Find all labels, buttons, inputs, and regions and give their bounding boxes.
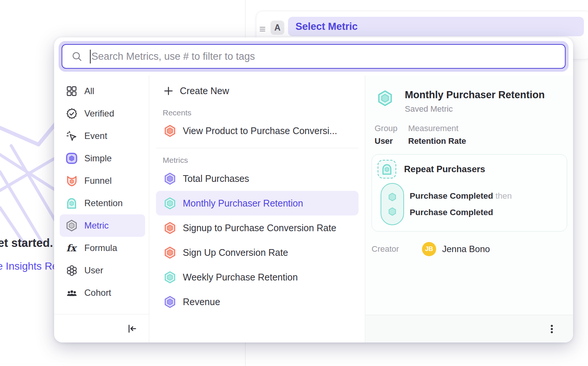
detail-subtitle: Saved Metric (405, 104, 545, 114)
sidebar-item-label: Cohort (84, 288, 111, 298)
sidebar-item-label: Formula (84, 243, 117, 253)
recent-metric-item[interactable]: View Product to Purchase Conversi... (156, 119, 359, 143)
metric-detail-panel: Monthly Purchaser Retention Saved Metric… (365, 75, 573, 342)
metric-row-badge[interactable]: A (270, 21, 284, 35)
metric-item-label: View Product to Purchase Conversi... (183, 125, 337, 136)
metric-list: Create New Recents View Product to Purch… (149, 75, 365, 342)
funnel-hexagon-icon (163, 221, 176, 235)
retention-definition-icon (378, 160, 396, 179)
metric-hexagon-icon (65, 219, 78, 232)
background-report-link[interactable]: e Insights Re (0, 260, 58, 272)
drag-handle-icon[interactable] (259, 25, 267, 33)
funnel-hexagon-icon (163, 124, 176, 137)
plus-icon (163, 86, 173, 96)
definition-card: Repeat Purchasers Purchase Comp (372, 154, 567, 232)
sidebar-footer (54, 314, 149, 342)
background-chart-lines (0, 119, 57, 253)
svg-text:fx: fx (66, 242, 78, 254)
creator-row: Creator JB Jenna Bono (365, 242, 573, 256)
sidebar-item-funnel[interactable]: Funnel (65, 170, 145, 192)
definition-step: Purchase Completed (410, 208, 512, 217)
sidebar-item-cohort[interactable]: Cohort (65, 282, 145, 304)
metrics-section-label: Metrics (156, 154, 359, 166)
detail-footer (365, 315, 573, 342)
sidebar-item-label: Metric (84, 220, 109, 231)
metric-list-item[interactable]: Signup to Purchase Conversion Rate (156, 215, 359, 240)
user-profile-icon (65, 264, 78, 277)
create-new-label: Create New (180, 86, 229, 96)
funnel-hexagon-icon (163, 246, 176, 259)
saved-metric-hexagon-icon (376, 90, 394, 107)
sidebar-item-label: Retention (84, 198, 123, 208)
sidebar-item-retention[interactable]: Retention (65, 192, 145, 214)
sidebar-item-label: Verified (84, 108, 114, 119)
app-background: et started. e Insights Re A Select Metri… (0, 0, 588, 366)
text-cursor (90, 50, 91, 63)
formula-icon: fx (65, 242, 78, 254)
search-bar (59, 41, 569, 72)
sidebar-item-event[interactable]: Event (65, 125, 145, 147)
event-sequence-capsule (381, 183, 404, 225)
creator-name: Jenna Bono (442, 244, 490, 254)
kebab-menu-icon[interactable] (545, 323, 558, 335)
sidebar-item-label: Event (84, 131, 107, 141)
funnel-icon (65, 174, 78, 187)
sidebar-item-simple[interactable]: Simple (65, 147, 145, 170)
metric-hexagon-icon (163, 295, 176, 308)
retention-hexagon-icon (163, 271, 176, 284)
measurement-value: Retention Rate (408, 136, 466, 146)
metric-list-item[interactable]: Revenue (156, 289, 359, 314)
simple-metric-icon (65, 152, 78, 165)
create-new-button[interactable]: Create New (156, 81, 359, 101)
event-hexagon-icon (387, 207, 397, 217)
metric-list-item[interactable]: Weekly Purchase Retention (156, 265, 359, 289)
sidebar-item-label: Funnel (84, 176, 112, 186)
measurement-label: Measurement (408, 124, 466, 133)
collapse-left-icon[interactable] (126, 322, 138, 335)
creator-avatar: JB (422, 242, 436, 256)
sidebar-item-label: User (84, 265, 103, 276)
definition-step: Purchase Completed then (410, 191, 512, 201)
retention-icon (65, 197, 78, 210)
measurement-property: Measurement Retention Rate (408, 124, 466, 146)
select-metric-button[interactable]: Select Metric (288, 17, 584, 36)
definition-name: Repeat Purchasers (404, 164, 485, 174)
select-metric-label: Select Metric (295, 21, 358, 32)
event-cursor-icon (65, 130, 78, 142)
metric-picker-modal: All Verified (54, 37, 573, 342)
grid-icon (65, 85, 78, 97)
list-divider (156, 148, 359, 148)
sidebar-item-label: All (84, 86, 94, 96)
metric-list-item[interactable]: Total Purchases (156, 166, 359, 191)
sidebar-item-verified[interactable]: Verified (65, 102, 145, 125)
metric-hexagon-icon (163, 172, 176, 185)
search-icon (71, 51, 83, 62)
cohort-icon (65, 286, 78, 299)
group-value: User (375, 136, 408, 146)
metric-item-label: Weekly Purchase Retention (183, 272, 298, 283)
background-heading: et started. (0, 236, 53, 250)
metric-item-label: Total Purchases (183, 173, 249, 184)
group-property: Group User (375, 124, 408, 146)
recents-section-label: Recents (156, 107, 359, 119)
metric-item-label: Monthly Purchaser Retention (183, 198, 303, 209)
search-input[interactable] (91, 51, 565, 62)
sidebar-item-user[interactable]: User (65, 259, 145, 282)
group-label: Group (375, 124, 408, 133)
metric-list-item-selected[interactable]: Monthly Purchaser Retention (156, 191, 359, 215)
detail-title: Monthly Purchaser Retention (405, 89, 545, 101)
category-sidebar: All Verified (54, 75, 149, 342)
event-hexagon-icon (387, 192, 397, 202)
sidebar-item-all[interactable]: All (65, 80, 145, 102)
metric-list-item[interactable]: Sign Up Conversion Rate (156, 240, 359, 265)
sidebar-item-label: Simple (84, 153, 112, 164)
retention-hexagon-icon (163, 197, 176, 210)
sidebar-item-metric[interactable]: Metric (60, 214, 145, 237)
creator-label: Creator (372, 244, 422, 254)
metric-item-label: Sign Up Conversion Rate (183, 247, 288, 258)
verified-badge-icon (65, 107, 78, 120)
metric-item-label: Revenue (183, 297, 220, 307)
metric-item-label: Signup to Purchase Conversion Rate (183, 223, 336, 233)
sidebar-item-formula[interactable]: fx Formula (65, 237, 145, 259)
